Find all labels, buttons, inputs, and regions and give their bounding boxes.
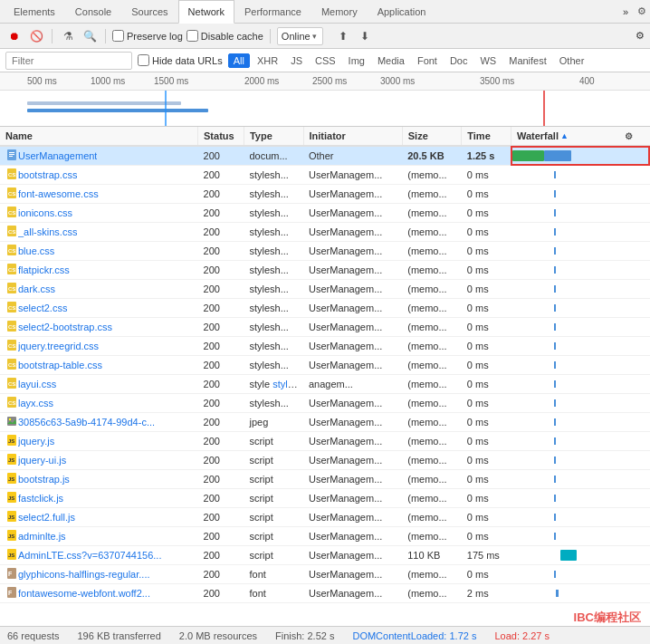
cell-type: docum... bbox=[244, 146, 303, 166]
cell-name: JSselect2.full.js bbox=[0, 508, 198, 527]
tab-sources[interactable]: Sources bbox=[121, 0, 177, 24]
filename-text: bootstrap.js bbox=[18, 474, 70, 485]
status-transferred: 196 KB transferred bbox=[77, 630, 160, 641]
cell-waterfall bbox=[511, 204, 650, 223]
more-tabs-button[interactable]: » bbox=[617, 5, 634, 19]
table-row[interactable]: JSjquery.js200scriptUserManagem...(memo.… bbox=[0, 432, 650, 451]
filter-icon[interactable]: ⚗ bbox=[59, 27, 77, 45]
table-row[interactable]: CSSionicons.css200stylesh...UserManagem.… bbox=[0, 204, 650, 223]
disable-cache-check[interactable]: Disable cache bbox=[186, 30, 263, 42]
table-row[interactable]: CSSbootstrap-table.css200stylesh...UserM… bbox=[0, 356, 650, 375]
filename-text: glyphicons-halflings-regular.... bbox=[18, 569, 150, 580]
cell-initiator: UserManagem... bbox=[303, 356, 402, 375]
search-icon[interactable]: 🔍 bbox=[81, 27, 99, 45]
tab-memory[interactable]: Memory bbox=[311, 0, 368, 24]
filter-type-font[interactable]: Font bbox=[412, 53, 443, 68]
tick-400: 400 bbox=[579, 76, 595, 86]
filter-input[interactable] bbox=[5, 52, 132, 70]
settings-icon[interactable]: ⚙ bbox=[637, 5, 646, 17]
export-button[interactable]: ⬇ bbox=[356, 27, 374, 45]
table-row[interactable]: JSadminlte.js200scriptUserManagem...(mem… bbox=[0, 527, 650, 546]
table-row[interactable]: JSselect2.full.js200scriptUserManagem...… bbox=[0, 508, 650, 527]
cell-name: CSSlayx.css bbox=[0, 394, 198, 413]
header-name[interactable]: Name bbox=[0, 127, 198, 146]
svg-text:CSS: CSS bbox=[8, 267, 18, 273]
clear-button[interactable]: 🚫 bbox=[27, 27, 45, 45]
table-row[interactable]: CSSjquery.treegrid.css200stylesh...UserM… bbox=[0, 337, 650, 356]
hide-data-urls-checkbox[interactable] bbox=[138, 54, 149, 66]
table-row[interactable]: Fglyphicons-halflings-regular....200font… bbox=[0, 565, 650, 584]
filter-type-media[interactable]: Media bbox=[372, 53, 410, 68]
preserve-log-check[interactable]: Preserve log bbox=[112, 30, 183, 42]
table-row[interactable]: JSbootstrap.js200scriptUserManagem...(me… bbox=[0, 470, 650, 489]
table-row[interactable]: CSSbootstrap.css200stylesh...UserManagem… bbox=[0, 166, 650, 185]
css-file-icon: CSS bbox=[5, 225, 18, 239]
header-size[interactable]: Size bbox=[402, 127, 462, 146]
table-row[interactable]: CSSselect2-bootstrap.css200stylesh...Use… bbox=[0, 318, 650, 337]
disable-cache-checkbox[interactable] bbox=[186, 30, 198, 42]
filter-type-css[interactable]: CSS bbox=[310, 53, 341, 68]
cell-status: 200 bbox=[198, 204, 244, 223]
cell-waterfall bbox=[511, 166, 650, 185]
cell-size: 110 KB bbox=[402, 546, 462, 565]
filter-type-all[interactable]: All bbox=[228, 53, 250, 68]
throttle-select[interactable]: Online ▾ bbox=[277, 27, 323, 45]
table-row[interactable]: CSSselect2.css200stylesh...UserManagem..… bbox=[0, 299, 650, 318]
cell-initiator: UserManagem... bbox=[303, 166, 402, 185]
table-row[interactable]: CSSlayx.css200stylesh...UserManagem...(m… bbox=[0, 394, 650, 413]
waterfall-green-bar bbox=[512, 150, 544, 161]
tabs-bar: Elements Console Sources Network Perform… bbox=[0, 0, 650, 24]
table-row[interactable]: CSSlayui.css200style stylesheetanagem...… bbox=[0, 375, 650, 394]
cell-time: 0 ms bbox=[462, 318, 511, 337]
css-file-icon: CSS bbox=[5, 301, 18, 315]
table-row[interactable]: JSAdminLTE.css?v=6370744156...200scriptU… bbox=[0, 546, 650, 565]
cell-status: 200 bbox=[198, 527, 244, 546]
svg-text:CSS: CSS bbox=[8, 343, 18, 349]
tab-performance[interactable]: Performance bbox=[234, 0, 311, 24]
filter-type-img[interactable]: Img bbox=[343, 53, 370, 68]
filter-type-manifest[interactable]: Manifest bbox=[503, 53, 552, 68]
js-file-icon: JS bbox=[5, 548, 18, 562]
table-row[interactable]: CSSblue.css200stylesh...UserManagem...(m… bbox=[0, 242, 650, 261]
cell-time: 0 ms bbox=[462, 394, 511, 413]
tab-network[interactable]: Network bbox=[178, 0, 234, 24]
import-button[interactable]: ⬆ bbox=[334, 27, 352, 45]
cell-name: CSSblue.css bbox=[0, 242, 198, 261]
cell-time: 0 ms bbox=[462, 242, 511, 261]
table-row[interactable]: Ffontawesome-webfont.woff2...200fontUser… bbox=[0, 584, 650, 603]
header-initiator[interactable]: Initiator bbox=[303, 127, 402, 146]
table-row[interactable]: CSSfont-awesome.css200stylesh...UserMana… bbox=[0, 185, 650, 204]
cell-name: JSjquery-ui.js bbox=[0, 451, 198, 470]
header-waterfall[interactable]: Waterfall ▲ ⚙ bbox=[511, 127, 638, 145]
header-time[interactable]: Time bbox=[462, 127, 511, 146]
cell-name: CSSflatpickr.css bbox=[0, 261, 198, 280]
header-type[interactable]: Type bbox=[244, 127, 303, 146]
tab-elements[interactable]: Elements bbox=[4, 0, 65, 24]
cell-status: 200 bbox=[198, 356, 244, 375]
filter-type-xhr[interactable]: XHR bbox=[252, 53, 283, 68]
table-row[interactable]: CSS_all-skins.css200stylesh...UserManage… bbox=[0, 223, 650, 242]
devtools-settings-icon[interactable]: ⚙ bbox=[636, 30, 645, 42]
tab-console[interactable]: Console bbox=[65, 0, 121, 24]
table-row[interactable]: CSSflatpickr.css200stylesh...UserManagem… bbox=[0, 261, 650, 280]
record-button[interactable]: ⏺ bbox=[5, 27, 24, 45]
table-row[interactable]: JSjquery-ui.js200scriptUserManagem...(me… bbox=[0, 451, 650, 470]
filter-type-js[interactable]: JS bbox=[285, 53, 308, 68]
table-row[interactable]: 30856c63-5a9b-4174-99d4-c...200jpegUserM… bbox=[0, 413, 650, 432]
cell-initiator: UserManagem... bbox=[303, 470, 402, 489]
header-status[interactable]: Status bbox=[198, 127, 244, 146]
hide-data-urls-check[interactable]: Hide data URLs bbox=[138, 54, 223, 66]
filter-type-doc[interactable]: Doc bbox=[444, 53, 473, 68]
timeline-cursor-1 bbox=[165, 91, 167, 127]
cell-name: CSSbootstrap.css bbox=[0, 166, 198, 185]
waterfall-settings-icon[interactable]: ⚙ bbox=[625, 131, 633, 141]
preserve-log-checkbox[interactable] bbox=[112, 30, 124, 42]
table-row[interactable]: CSSdark.css200stylesh...UserManagem...(m… bbox=[0, 280, 650, 299]
cell-type: script bbox=[244, 470, 303, 489]
filter-type-ws[interactable]: WS bbox=[474, 53, 502, 68]
filter-type-other[interactable]: Other bbox=[554, 53, 590, 68]
svg-text:CSS: CSS bbox=[8, 305, 18, 311]
table-row[interactable]: JSfastclick.js200scriptUserManagem...(me… bbox=[0, 489, 650, 508]
table-row[interactable]: UserManagement200docum...Other20.5 KB1.2… bbox=[0, 146, 650, 166]
tab-application[interactable]: Application bbox=[368, 0, 436, 24]
